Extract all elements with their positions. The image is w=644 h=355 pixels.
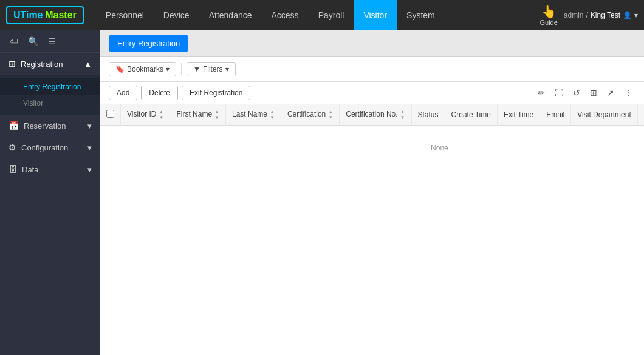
filters-button[interactable]: ▼ Filters ▾ xyxy=(187,62,236,76)
sidebar-toolbar: 🏷 🔍 ☰ xyxy=(0,30,100,53)
nav-right: 👆 Guide admin / King Test 👤 ▾ xyxy=(540,4,638,26)
exit-registration-button[interactable]: Exit Registration xyxy=(182,86,250,100)
nav-item-personnel[interactable]: Personnel xyxy=(96,0,154,30)
edit-icon-button[interactable]: ✏ xyxy=(535,87,548,99)
refresh-icon-button[interactable]: ↺ xyxy=(570,87,583,99)
top-navigation: UTime Master PersonnelDeviceAttendanceAc… xyxy=(0,0,644,30)
nav-item-visitor[interactable]: Visitor xyxy=(354,0,397,30)
col-certification-no-[interactable]: Certification No.▲▼ xyxy=(340,104,411,126)
sidebar-configuration-label: Configuration xyxy=(21,143,68,152)
nav-item-access[interactable]: Access xyxy=(262,0,309,30)
data-table: Visitor ID▲▼First Name▲▼Last Name▲▼Certi… xyxy=(100,104,644,171)
registration-icon: ⊞ xyxy=(9,59,16,69)
sidebar-item-reservation[interactable]: 📅 Reservation ▾ xyxy=(0,115,100,137)
bookmark-icon: 🔖 xyxy=(115,65,125,73)
guide-icon: 👆 xyxy=(541,4,557,19)
chevron-up-icon: ▲ xyxy=(84,59,92,69)
col-first-name[interactable]: First Name▲▼ xyxy=(170,104,226,126)
user-admin: admin xyxy=(564,11,584,19)
empty-row: None xyxy=(100,126,644,171)
sort-icon: ▲▼ xyxy=(270,109,275,120)
registration-submenu: Entry Registration Visitor xyxy=(0,75,100,115)
search-icon[interactable]: 🔍 xyxy=(26,35,41,47)
col-host-visited: Host/Visited xyxy=(637,104,644,126)
sidebar-item-registration[interactable]: ⊞ Registration ▲ xyxy=(0,53,100,75)
sidebar-item-data[interactable]: 🗄 Data ▾ xyxy=(0,158,100,180)
col-visit-department: Visit Department xyxy=(571,104,637,126)
user-menu[interactable]: admin / King Test 👤 ▾ xyxy=(564,11,638,19)
table-header-row: Visitor ID▲▼First Name▲▼Last Name▲▼Certi… xyxy=(100,104,644,126)
nav-item-system[interactable]: System xyxy=(397,0,445,30)
guide-label: Guide xyxy=(540,19,557,26)
sidebar-data-label: Data xyxy=(22,165,38,174)
main-content: Entry Registration 🔖 Bookmarks ▾ ▼ Filte… xyxy=(100,30,644,355)
guide-button[interactable]: 👆 Guide xyxy=(540,4,557,26)
col-email: Email xyxy=(540,104,571,126)
menu-icon[interactable]: ☰ xyxy=(46,35,58,47)
sort-icon: ▲▼ xyxy=(214,109,219,120)
filters-label: Filters xyxy=(203,65,223,73)
data-table-container: Visitor ID▲▼First Name▲▼Last Name▲▼Certi… xyxy=(100,104,644,355)
sort-icon: ▲▼ xyxy=(400,109,405,120)
add-button[interactable]: Add xyxy=(109,86,137,100)
col-create-time: Create Time xyxy=(445,104,497,126)
entry-registration-label: Entry Registration xyxy=(23,83,81,91)
user-name: King Test xyxy=(591,11,620,19)
action-bar: Add Delete Exit Registration ✏ ⛶ ↺ ⊞ ↗ ⋮ xyxy=(100,82,644,104)
bookmarks-dropdown-icon: ▾ xyxy=(166,65,170,73)
col-certification[interactable]: Certification▲▼ xyxy=(281,104,339,126)
filter-icon: ▼ xyxy=(193,65,200,73)
expand-icon-button[interactable]: ⛶ xyxy=(552,87,566,99)
reservation-icon: 📅 xyxy=(9,121,19,130)
col-status: Status xyxy=(411,104,445,126)
chevron-down-icon: ▾ xyxy=(87,121,92,130)
chevron-down-icon-2: ▾ xyxy=(87,143,92,152)
empty-label: None xyxy=(100,126,644,171)
toolbar-divider xyxy=(181,63,182,75)
bookmarks-button[interactable]: 🔖 Bookmarks ▾ xyxy=(109,62,176,76)
bookmarks-label: Bookmarks xyxy=(127,65,163,73)
logo-part2: Master xyxy=(45,10,77,20)
main-layout: 🏷 🔍 ☰ ⊞ Registration ▲ Entry Registratio… xyxy=(0,30,644,355)
sidebar-item-configuration[interactable]: ⚙ Configuration ▾ xyxy=(0,137,100,158)
col-exit-time: Exit Time xyxy=(497,104,540,126)
col-visitor-id[interactable]: Visitor ID▲▼ xyxy=(121,104,170,126)
nav-item-device[interactable]: Device xyxy=(154,0,199,30)
nav-items: PersonnelDeviceAttendanceAccessPayrollVi… xyxy=(96,0,540,30)
filters-dropdown-icon: ▾ xyxy=(225,65,229,73)
entry-registration-button[interactable]: Entry Registration xyxy=(109,35,188,52)
sidebar-registration-label: Registration xyxy=(21,59,63,69)
col-last-name[interactable]: Last Name▲▼ xyxy=(225,104,281,126)
sort-icon: ▲▼ xyxy=(328,109,333,120)
data-icon: 🗄 xyxy=(9,164,17,174)
tag-icon[interactable]: 🏷 xyxy=(7,35,21,47)
nav-item-attendance[interactable]: Attendance xyxy=(199,0,262,30)
sidebar-item-visitor[interactable]: Visitor xyxy=(0,95,100,111)
settings-icon-button[interactable]: ⋮ xyxy=(621,87,635,99)
nav-item-payroll[interactable]: Payroll xyxy=(309,0,354,30)
toolbar: 🔖 Bookmarks ▾ ▼ Filters ▾ xyxy=(100,57,644,82)
user-avatar-icon: 👤 xyxy=(623,11,632,19)
select-all-checkbox[interactable] xyxy=(100,104,121,126)
table-body: None xyxy=(100,126,644,171)
user-dropdown-icon: ▾ xyxy=(634,11,638,19)
sidebar-reservation-label: Reservation xyxy=(24,121,66,130)
delete-button[interactable]: Delete xyxy=(141,86,178,100)
sidebar: 🏷 🔍 ☰ ⊞ Registration ▲ Entry Registratio… xyxy=(0,30,100,355)
visitor-label: Visitor xyxy=(23,99,43,107)
export-icon-button[interactable]: ↗ xyxy=(604,87,617,99)
sort-icon: ▲▼ xyxy=(159,109,163,120)
configuration-icon: ⚙ xyxy=(9,143,16,152)
table-header: Visitor ID▲▼First Name▲▼Last Name▲▼Certi… xyxy=(100,104,644,126)
app-logo: UTime Master xyxy=(6,6,84,24)
logo-part1: UTime xyxy=(13,10,43,20)
sidebar-item-entry-registration[interactable]: Entry Registration xyxy=(0,78,100,95)
checkbox-all[interactable] xyxy=(106,110,114,118)
columns-icon-button[interactable]: ⊞ xyxy=(587,87,600,99)
user-slash: / xyxy=(586,11,588,19)
chevron-down-icon-3: ▾ xyxy=(87,165,92,174)
